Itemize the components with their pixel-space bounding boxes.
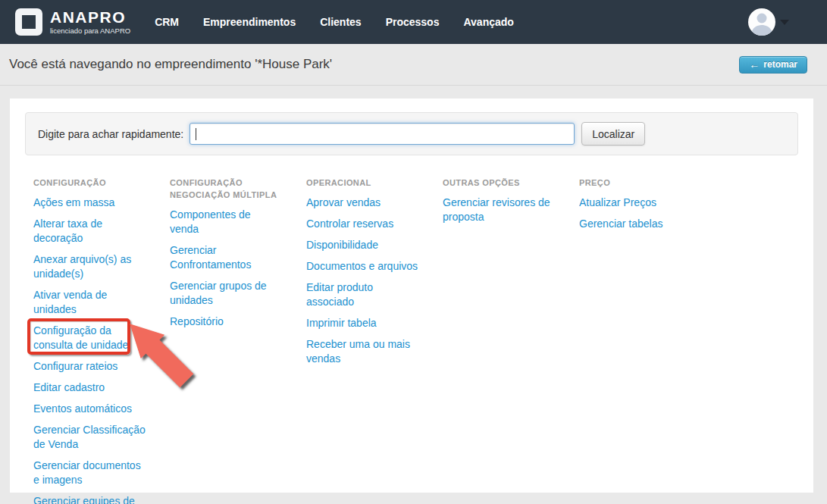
top-navbar: ANAPRO licenciado para ANAPRO CRMEmpreen… <box>0 0 827 44</box>
section-links: Gerenciar revisores de proposta <box>443 196 555 231</box>
menu-link[interactable]: Gerenciar equipes de venda <box>33 494 146 504</box>
menu-link[interactable]: Configurar rateios <box>33 359 146 374</box>
user-menu[interactable] <box>748 8 789 36</box>
user-avatar-icon <box>748 8 775 36</box>
main-menu-item[interactable]: CRM <box>155 16 179 28</box>
localizar-button[interactable]: Localizar <box>581 122 645 146</box>
section-outras-opcoes: OUTRAS OPÇÕES Gerenciar revisores de pro… <box>443 177 555 231</box>
menu-link[interactable]: Controlar reservas <box>306 217 418 231</box>
search-input-wrap <box>190 123 575 145</box>
chevron-down-icon <box>780 20 789 25</box>
brand-name: ANAPRO <box>50 9 130 26</box>
quick-search-panel: Digite para achar rapidamente: Localizar <box>25 112 798 155</box>
brand-text: ANAPRO licenciado para ANAPRO <box>50 9 130 35</box>
main-menu-item[interactable]: Clientes <box>320 16 361 28</box>
menu-link[interactable]: Documentos e arquivos <box>306 259 418 274</box>
section-title: PREÇO <box>579 177 691 189</box>
menu-link[interactable]: Receber uma ou mais vendas <box>306 337 418 366</box>
section-title: CONFIGURAÇÃO <box>33 177 146 189</box>
menu-link[interactable]: Alterar taxa de decoração <box>33 217 146 246</box>
menu-link[interactable]: Imprimir tabela <box>306 316 418 330</box>
section-links: Aprovar vendasControlar reservasDisponib… <box>306 196 418 373</box>
back-button[interactable]: ← retomar <box>739 56 807 74</box>
main-menu-item[interactable]: Processos <box>386 16 440 28</box>
section-title: OUTRAS OPÇÕES <box>443 177 555 189</box>
menu-link[interactable]: Editar produto associado <box>306 280 418 309</box>
menu-link[interactable]: Gerenciar documentos e imagens <box>33 459 146 487</box>
back-button-label: retomar <box>763 59 797 70</box>
section-links: Atualizar PreçosGerenciar tabelas <box>579 196 691 238</box>
menu-link-highlighted[interactable]: Configuração da consulta de unidade <box>33 324 146 352</box>
main-menu-item[interactable]: Empreendimentos <box>203 16 296 28</box>
anapro-logo-icon <box>15 8 42 36</box>
brand-logo[interactable]: ANAPRO licenciado para ANAPRO <box>15 8 130 36</box>
menu-link[interactable]: Eventos automáticos <box>33 402 146 416</box>
main-menu: CRMEmpreendimentosClientesProcessosAvanç… <box>155 16 514 28</box>
section-preco: PREÇO Atualizar PreçosGerenciar tabelas <box>579 177 691 238</box>
menu-link[interactable]: Disponibilidade <box>306 238 418 252</box>
section-links: Ações em massaAlterar taxa de decoraçãoA… <box>33 196 146 504</box>
menu-link[interactable]: Gerenciar Classificação de Venda <box>33 423 146 452</box>
menu-link[interactable]: Gerenciar Confrontamentos <box>170 243 282 272</box>
content-card: Digite para achar rapidamente: Localizar… <box>10 99 813 493</box>
main-menu-item[interactable]: Avançado <box>463 16 513 28</box>
search-input[interactable] <box>190 123 575 145</box>
brand-subtitle: licenciado para ANAPRO <box>50 27 130 35</box>
arrow-left-icon: ← <box>749 59 760 70</box>
menu-link[interactable]: Atualizar Preços <box>579 196 691 210</box>
menu-link[interactable]: Editar cadastro <box>33 380 146 395</box>
section-links: Componentes de vendaGerenciar Confrontam… <box>170 208 282 336</box>
person-silhouette-icon <box>748 8 775 36</box>
context-bar: Você está navegando no empreendimento '*… <box>0 44 827 86</box>
menu-link[interactable]: Aprovar vendas <box>306 196 418 210</box>
menu-link[interactable]: Componentes de venda <box>170 208 282 236</box>
menu-link[interactable]: Ações em massa <box>33 196 146 210</box>
menu-link[interactable]: Repositório <box>170 315 282 329</box>
text-caret <box>196 128 196 140</box>
menu-link[interactable]: Gerenciar revisores de proposta <box>443 196 555 224</box>
section-title: OPERACIONAL <box>306 177 418 189</box>
menu-link[interactable]: Ativar venda de unidades <box>33 288 146 317</box>
menu-link[interactable]: Anexar arquivo(s) as unidade(s) <box>33 252 146 281</box>
section-operacional: OPERACIONAL Aprovar vendasControlar rese… <box>306 177 418 373</box>
section-configuracao-negociacao-multipla: CONFIGURAÇÃO NEGOCIAÇÃO MÚLTIPLA Compone… <box>170 177 282 336</box>
search-label: Digite para achar rapidamente: <box>38 128 183 140</box>
section-title: CONFIGURAÇÃO NEGOCIAÇÃO MÚLTIPLA <box>170 177 282 201</box>
section-configuracao: CONFIGURAÇÃO Ações em massaAlterar taxa … <box>33 177 146 504</box>
menu-link[interactable]: Gerenciar tabelas <box>579 217 691 231</box>
menu-link[interactable]: Gerenciar grupos de unidades <box>170 279 282 308</box>
link-columns: CONFIGURAÇÃO Ações em massaAlterar taxa … <box>25 177 798 504</box>
page-title: Você está navegando no empreendimento '*… <box>9 57 332 72</box>
